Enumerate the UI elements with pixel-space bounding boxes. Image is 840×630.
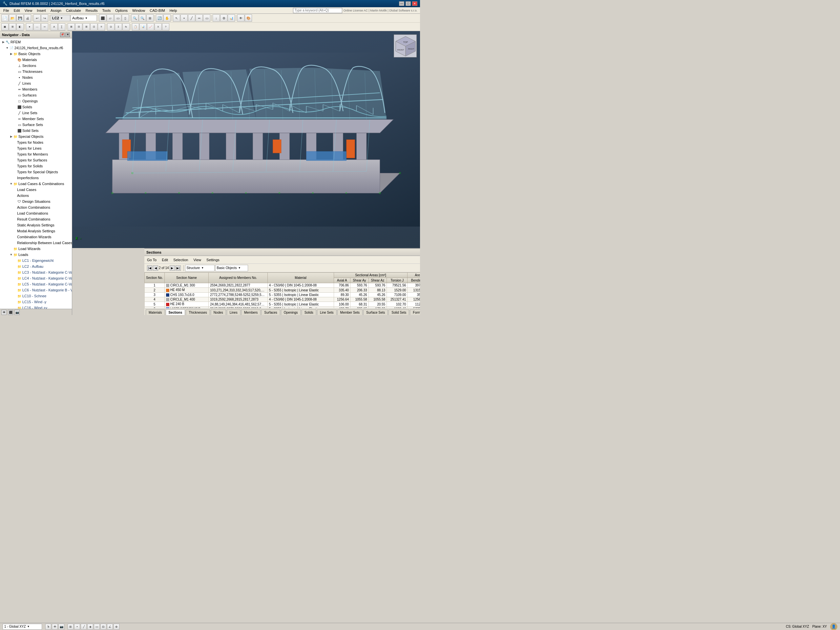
minimize-btn[interactable]: — [399,1,404,6]
view-top-btn[interactable]: ▭ [114,14,122,22]
camera-icon[interactable]: 📷 [14,310,20,315]
col-members[interactable]: Assigned to Members No. [209,273,267,283]
result-btn[interactable]: 📊 [228,14,235,22]
zoom-out-btn[interactable]: 🔍 [139,14,146,22]
tree-types-solids[interactable]: Types for Solids [0,163,72,169]
tab-line-sets[interactable]: Line Sets [317,309,337,315]
tree-types-special[interactable]: Types for Special Objects [0,169,72,175]
menu-calculate[interactable]: Calculate [64,8,83,13]
annotation-btn[interactable]: A [51,23,58,30]
tab-openings[interactable]: Openings [281,309,301,315]
tab-solids[interactable]: Solids [302,309,316,315]
tab-surfaces[interactable]: Surfaces [261,309,280,315]
tab-member-sets[interactable]: Member Sets [337,309,363,315]
tb11[interactable]: 📈 [147,23,154,30]
tree-lines[interactable]: ╱ Lines [0,81,72,86]
tree-types-surfaces[interactable]: Types for Surfaces [0,157,72,163]
table-row[interactable]: 5 HE 240 B 24,88,149,246,384,416,481,562… [145,302,420,306]
tree-nodes[interactable]: • Nodes [0,74,72,81]
col-name[interactable]: Section Name [164,273,209,283]
tree-member-sets[interactable]: ═ Member Sets [0,116,72,122]
structure-dropdown[interactable]: Structure ▼ [185,265,215,272]
menu-window[interactable]: Window [130,8,147,13]
tree-action-comb[interactable]: Action Combinations [0,204,72,210]
tb13[interactable]: ? [162,23,169,30]
menu-file[interactable]: File [1,8,11,13]
tb9[interactable]: 📋 [132,23,139,30]
member-btn[interactable]: ═ [196,14,203,22]
tree-thicknesses[interactable]: ▭ Thicknesses [0,69,72,74]
tree-lc10[interactable]: 📁 LC10 - Schnee [0,293,72,299]
tree-rel-lc[interactable]: Relationship Between Load Cases [0,240,72,246]
line-btn[interactable]: ╱ [188,14,195,22]
zoom-fit-btn[interactable]: ⊞ [146,14,153,22]
tree-lc4[interactable]: 📁 LC4 - Nutzlast - Kategorie C-Var 1 [0,275,72,281]
menu-settings-sec[interactable]: Settings [205,257,221,262]
wire-btn[interactable]: ⊞ [9,23,16,30]
cube-navigator[interactable]: TOP FRONT RIGHT [394,35,417,57]
color-btn[interactable]: 🎨 [245,14,252,22]
tree-surfaces[interactable]: ▭ Surfaces [0,92,72,98]
menu-view-sec[interactable]: View [192,257,202,262]
tree-lc16[interactable]: 📁 LC16 - Wind +y [0,305,72,309]
tree-load-cases-comb[interactable]: ▼ 📁 Load Cases & Combinations [0,181,72,187]
next-page-btn[interactable]: ▶ [170,265,175,271]
menu-edit[interactable]: Edit [12,8,22,13]
tb4[interactable]: ⊡ [90,23,98,30]
panel-header-controls[interactable]: 📌 ✕ [60,33,70,37]
open-btn[interactable]: 📂 [9,14,16,22]
surface-btn[interactable]: ▭ [203,14,210,22]
print-btn[interactable]: 🖨 [24,14,31,22]
member-display-btn[interactable]: ═ [41,23,48,30]
viewport[interactable]: TOP FRONT RIGHT X → [72,31,420,248]
tree-types-members[interactable]: Types for Members [0,151,72,157]
tree-lc1[interactable]: 📁 LC1 - Eigengewicht [0,257,72,264]
zoom-in-btn[interactable]: 🔍 [131,14,139,22]
prev-page-btn[interactable]: ◀ [153,265,158,271]
tab-thicknesses[interactable]: Thicknesses [186,309,210,315]
tree-solids[interactable]: ⬛ Solids [0,104,72,110]
tb7[interactable]: Σ [115,23,122,30]
tb10[interactable]: 📊 [139,23,147,30]
menu-cadbim[interactable]: CAD-BIM [148,8,167,13]
pin-btn[interactable]: 📌 [60,33,65,37]
tree-lc6[interactable]: 📁 LC6 - Nutzlast - Kategorie B - Var 2 [0,287,72,293]
tab-lines[interactable]: Lines [227,309,240,315]
hidden-btn[interactable]: ◧ [16,23,24,30]
new-btn[interactable]: 📄 [1,14,8,22]
tab-members[interactable]: Members [241,309,261,315]
view-front-btn[interactable]: ▱ [107,14,114,22]
symbol-btn[interactable]: ∑ [58,23,65,30]
tree-load-comb[interactable]: Load Combinations [0,210,72,216]
menu-results[interactable]: Results [84,8,100,13]
tree-load-wizards[interactable]: 📁 Load Wizards [0,246,72,252]
tb6[interactable]: Ω [107,23,115,30]
window-controls[interactable]: — □ ✕ [399,1,417,6]
tab-nodes[interactable]: Nodes [211,309,226,315]
view-3d-btn[interactable]: ⬛ [99,14,106,22]
render-icon[interactable]: ⬛ [8,310,13,315]
select-btn[interactable]: ↖ [173,14,180,22]
tab-sections[interactable]: Sections [166,309,185,315]
line-display-btn[interactable]: — [33,23,41,30]
menu-goto[interactable]: Go To [146,257,158,262]
tree-rfem[interactable]: ▶ 🔧 RFEM [0,39,72,45]
load-btn[interactable]: ↓ [213,14,220,22]
node-display-btn[interactable]: ● [26,23,33,30]
tree-loads[interactable]: ▼ 📁 Loads [0,252,72,257]
tab-surface-sets[interactable]: Surface Sets [363,309,388,315]
tree-sections[interactable]: ⊥ Sections [0,63,72,69]
tree-surface-sets[interactable]: ▭ Surface Sets [0,122,72,128]
tree-special-objects[interactable]: ▶ 📁 Special Objects [0,134,72,139]
table-row[interactable]: 1 CIRCLE_M1 300 2594,2669,2821,2822,2877… [145,283,420,288]
col-no[interactable]: Section No. [145,273,165,283]
tree-comb-wizards[interactable]: Combination Wizards [0,234,72,240]
tb3[interactable]: ⊞ [83,23,90,30]
lc-dropdown[interactable]: LC2 ▼ [51,15,70,21]
tb12[interactable]: X [155,23,162,30]
maximize-btn[interactable]: □ [406,1,411,6]
menu-options[interactable]: Options [113,8,129,13]
node-btn[interactable]: • [180,14,188,22]
tree-design-sit[interactable]: 🛡 Design Situations [0,199,72,204]
table-row[interactable]: 2 HE 450 M 103,271,294,310,332,343,517,5… [145,288,420,292]
